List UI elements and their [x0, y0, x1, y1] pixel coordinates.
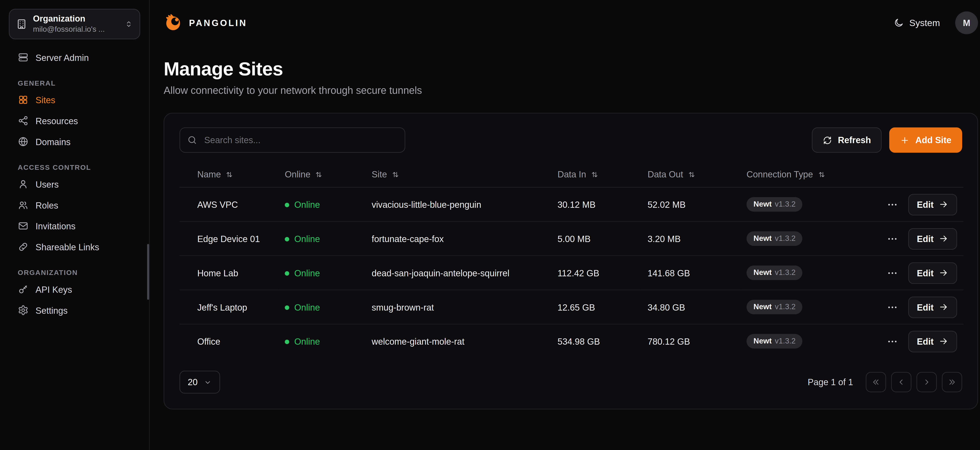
cell-site: fortunate-cape-fox [365, 222, 551, 256]
online-status: Online [285, 268, 320, 279]
add-site-button[interactable]: Add Site [889, 127, 962, 152]
table-row: OfficeOnlinewelcome-giant-mole-rat534.98… [180, 324, 964, 358]
column-header-connection-type[interactable]: Connection Type [740, 162, 892, 187]
column-header-site[interactable]: Site [365, 162, 551, 187]
theme-toggle[interactable]: System [893, 18, 940, 28]
sidebar-item-sites[interactable]: Sites [9, 90, 140, 111]
connection-version: v1.3.2 [775, 303, 795, 312]
edit-button[interactable]: Edit [908, 228, 957, 249]
cell-data-in: 534.98 GB [551, 324, 641, 358]
ellipsis-icon [886, 198, 898, 210]
column-header-inner: Name [197, 169, 234, 179]
gear-icon [18, 305, 29, 316]
sidebar-item-label: Domains [35, 137, 70, 147]
sidebar-item-users[interactable]: Users [9, 174, 140, 195]
edit-button-label: Edit [917, 233, 934, 244]
cell-data-out: 34.80 GB [641, 290, 740, 324]
cell-site: welcome-giant-mole-rat [365, 324, 551, 358]
row-menu-button[interactable] [886, 336, 898, 347]
key-icon [18, 284, 29, 295]
status-label: Online [294, 200, 320, 210]
row-actions: Edit [899, 228, 957, 249]
cell-actions: Edit [892, 324, 963, 358]
row-actions: Edit [899, 331, 957, 352]
org-picker[interactable]: Organization milo@fossorial.io's ... [9, 9, 140, 40]
sidebar-scrollbar-thumb[interactable] [147, 244, 149, 300]
sidebar-item-invitations[interactable]: Invitations [9, 216, 140, 237]
connection-badge: Newtv1.3.2 [746, 197, 803, 211]
first-page-button[interactable] [866, 372, 886, 393]
ellipsis-icon [886, 267, 898, 279]
column-header-actions [892, 162, 963, 187]
avatar[interactable]: M [955, 11, 978, 34]
cell-online: Online [278, 324, 365, 358]
online-status: Online [285, 200, 320, 210]
online-status: Online [285, 337, 320, 347]
sidebar-item-resources[interactable]: Resources [9, 111, 140, 132]
sidebar-item-label: Resources [35, 116, 78, 126]
globe-icon [18, 136, 29, 147]
column-header-data-in[interactable]: Data In [551, 162, 641, 187]
row-menu-button[interactable] [886, 267, 898, 279]
org-picker-subtitle: milo@fossorial.io's ... [33, 25, 119, 35]
page-info: Page 1 of 1 [808, 377, 853, 387]
cell-actions: Edit [892, 290, 963, 324]
connection-version: v1.3.2 [775, 268, 795, 277]
connection-client: Newt [753, 268, 772, 277]
column-header-online[interactable]: Online [278, 162, 365, 187]
row-menu-button[interactable] [886, 233, 898, 244]
column-label: Online [285, 169, 310, 179]
column-header-name[interactable]: Name [180, 162, 278, 187]
sidebar-item-api-keys[interactable]: API Keys [9, 279, 140, 300]
sidebar-item-domains[interactable]: Domains [9, 132, 140, 152]
arrow-right-icon [939, 303, 948, 312]
edit-button[interactable]: Edit [908, 194, 957, 215]
sidebar-item-roles[interactable]: Roles [9, 195, 140, 216]
table-body: AWS VPCOnlinevivacious-little-blue-pengu… [180, 187, 964, 358]
chevron-left-icon [897, 378, 906, 387]
edit-button[interactable]: Edit [908, 331, 957, 352]
pagination [866, 372, 962, 393]
sidebar-item-label: Server Admin [35, 52, 89, 63]
sidebar-item-server-admin[interactable]: Server Admin [9, 47, 140, 68]
cell-data-in: 12.65 GB [551, 290, 641, 324]
refresh-button[interactable]: Refresh [812, 127, 881, 152]
edit-button[interactable]: Edit [908, 262, 957, 284]
connection-badge: Newtv1.3.2 [746, 300, 803, 314]
page-size-select[interactable]: 20 [180, 371, 220, 393]
table-row: Jeff's LaptopOnlinesmug-brown-rat12.65 G… [180, 290, 964, 324]
content: Manage Sites Allow connectivity to your … [150, 46, 980, 409]
edit-button[interactable]: Edit [908, 296, 957, 318]
page-title: Manage Sites [164, 59, 978, 80]
last-page-button[interactable] [942, 372, 962, 393]
online-dot [285, 237, 289, 241]
table-footer: 20 Page 1 of 1 [180, 371, 962, 393]
status-label: Online [294, 303, 320, 312]
next-page-button[interactable] [916, 372, 937, 393]
row-menu-button[interactable] [886, 198, 898, 210]
table-row: Edge Device 01Onlinefortunate-cape-fox5.… [180, 222, 964, 256]
connection-client: Newt [753, 200, 772, 209]
arrow-right-icon [939, 336, 948, 346]
sidebar-item-shareable-links[interactable]: Shareable Links [9, 237, 140, 258]
cell-site: smug-brown-rat [365, 290, 551, 324]
prev-page-button[interactable] [891, 372, 912, 393]
roles-icon [18, 200, 29, 211]
chevron-down-icon [203, 378, 212, 386]
ellipsis-icon [886, 233, 898, 244]
page-size-value: 20 [188, 377, 197, 387]
cell-connection-type: Newtv1.3.2 [740, 187, 892, 222]
search-input[interactable] [180, 127, 405, 152]
sort-icon [391, 170, 399, 178]
user-icon [18, 179, 29, 190]
connection-version: v1.3.2 [775, 200, 795, 209]
online-status: Online [285, 234, 320, 244]
column-header-data-out[interactable]: Data Out [641, 162, 740, 187]
chevrons-right-icon [948, 378, 956, 387]
org-picker-title: Organization [33, 14, 119, 25]
row-menu-button[interactable] [886, 301, 898, 313]
sort-icon [590, 170, 599, 178]
refresh-label: Refresh [838, 135, 871, 145]
sort-icon [687, 170, 696, 178]
sidebar-item-settings[interactable]: Settings [9, 300, 140, 321]
